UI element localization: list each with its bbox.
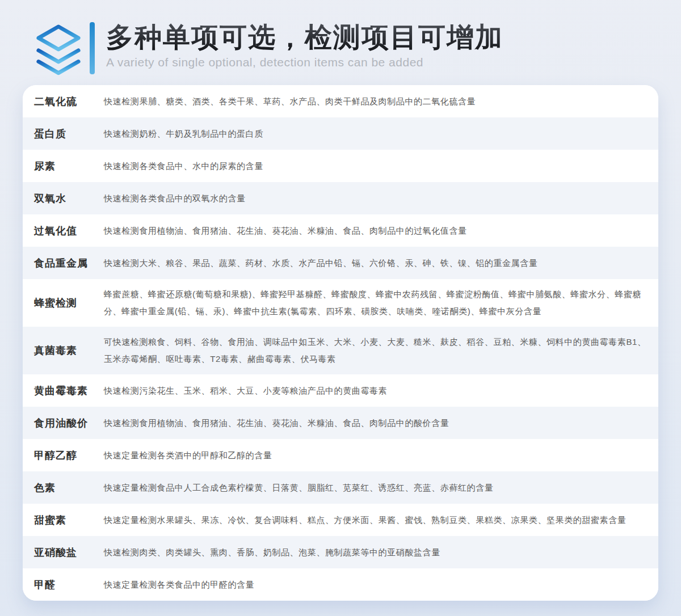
item-description: 快速检测肉类、肉类罐头、熏肉、香肠、奶制品、泡菜、腌制蔬菜等中的亚硝酸盐含量	[104, 537, 647, 568]
layers-icon	[34, 23, 83, 77]
item-name: 食品重金属	[34, 256, 104, 270]
item-name: 甲醇乙醇	[34, 449, 104, 462]
item-name: 黄曲霉毒素	[34, 384, 104, 398]
table-row: 真菌毒素 可快速检测粮食、饲料、谷物、食用油、调味品中如玉米、大米、小麦、大麦、…	[23, 327, 658, 374]
item-description: 快速检测各类食品中、水中的尿素的含量	[104, 151, 647, 182]
item-description: 快速定量检测食品中人工合成色素柠檬黄、日落黄、胭脂红、苋菜红、诱惑红、亮蓝、赤藓…	[104, 472, 647, 503]
page-subtitle: A variety of single optional, detection …	[106, 55, 503, 70]
item-name: 食用油酸价	[34, 416, 104, 430]
title-block: 多种单项可选，检测项目可增加 A variety of single optio…	[106, 22, 503, 70]
table-row: 过氧化值 快速检测食用植物油、食用猪油、花生油、葵花油、米糠油、食品、肉制品中的…	[23, 214, 658, 247]
item-name: 真菌毒素	[34, 344, 104, 357]
item-description: 快速检测奶粉、牛奶及乳制品中的蛋白质	[104, 119, 647, 149]
item-name: 尿素	[34, 159, 104, 173]
table-row: 双氧水 快速检测各类食品中的双氧水的含量	[23, 182, 658, 214]
item-name: 蛋白质	[34, 127, 104, 141]
item-description: 快速检测各类食品中的双氧水的含量	[104, 183, 647, 214]
table-row: 亚硝酸盐 快速检测肉类、肉类罐头、熏肉、香肠、奶制品、泡菜、腌制蔬菜等中的亚硝酸…	[23, 536, 658, 568]
table-row: 甜蜜素 快速定量检测水果罐头、果冻、冷饮、复合调味料、糕点、方便米面、果酱、蜜饯…	[23, 504, 658, 536]
item-name: 色素	[34, 481, 104, 495]
item-description: 快速定量检测各类酒中的甲醇和乙醇的含量	[104, 440, 647, 471]
detection-items-card: 二氧化硫 快速检测果脯、糖类、酒类、各类干果、草药、水产品、肉类干鲜品及肉制品中…	[23, 85, 658, 601]
item-description: 可快速检测粮食、饲料、谷物、食用油、调味品中如玉米、大米、小麦、大麦、糙米、麸皮…	[104, 327, 647, 374]
table-row: 尿素 快速检测各类食品中、水中的尿素的含量	[23, 150, 658, 182]
item-name: 亚硝酸盐	[34, 546, 104, 559]
item-description: 快速定量检测水果罐头、果冻、冷饮、复合调味料、糕点、方便米面、果酱、蜜饯、熟制豆…	[104, 505, 647, 535]
table-row: 黄曲霉毒素 快速检测污染花生、玉米、稻米、大豆、小麦等粮油产品中的黄曲霉毒素	[23, 374, 658, 407]
item-name: 甲醛	[34, 578, 104, 592]
title-accent-bar	[90, 22, 95, 74]
item-name: 双氧水	[34, 192, 104, 205]
item-description: 快速检测大米、粮谷、果品、蔬菜、药材、水质、水产品中铅、镉、六价铬、汞、砷、铁、…	[104, 248, 647, 279]
table-row: 食品重金属 快速检测大米、粮谷、果品、蔬菜、药材、水质、水产品中铅、镉、六价铬、…	[23, 247, 658, 279]
item-name: 过氧化值	[34, 224, 104, 238]
page-header: 多种单项可选，检测项目可增加 A variety of single optio…	[0, 0, 681, 78]
item-description: 蜂蜜蔗糖、蜂蜜还原糖(葡萄糖和果糖)、蜂蜜羟甲基糠醛、蜂蜜酸度、蜂蜜中农药残留、…	[104, 279, 647, 327]
table-row: 食用油酸价 快速检测食用植物油、食用猪油、花生油、葵花油、米糠油、食品、肉制品中…	[23, 407, 658, 439]
item-description: 快速定量检测各类食品中的甲醛的含量	[104, 569, 647, 600]
item-description: 快速检测食用植物油、食用猪油、花生油、葵花油、米糠油、食品、肉制品中的过氧化值含…	[104, 216, 647, 246]
item-description: 快速检测食用植物油、食用猪油、花生油、葵花油、米糠油、食品、肉制品中的酸价含量	[104, 408, 647, 438]
table-row: 色素 快速定量检测食品中人工合成色素柠檬黄、日落黄、胭脂红、苋菜红、诱惑红、亮蓝…	[23, 471, 658, 504]
item-name: 蜂蜜检测	[34, 296, 104, 310]
item-name: 二氧化硫	[34, 95, 104, 108]
table-row: 甲醇乙醇 快速定量检测各类酒中的甲醇和乙醇的含量	[23, 439, 658, 471]
table-row: 蜂蜜检测 蜂蜜蔗糖、蜂蜜还原糖(葡萄糖和果糖)、蜂蜜羟甲基糠醛、蜂蜜酸度、蜂蜜中…	[23, 279, 658, 327]
item-description: 快速检测污染花生、玉米、稻米、大豆、小麦等粮油产品中的黄曲霉毒素	[104, 375, 647, 406]
item-description: 快速检测果脯、糖类、酒类、各类干果、草药、水产品、肉类干鲜品及肉制品中的二氧化硫…	[104, 86, 647, 117]
table-row: 甲醛 快速定量检测各类食品中的甲醛的含量	[23, 568, 658, 601]
item-name: 甜蜜素	[34, 513, 104, 527]
table-row: 蛋白质 快速检测奶粉、牛奶及乳制品中的蛋白质	[23, 117, 658, 150]
table-row: 二氧化硫 快速检测果脯、糖类、酒类、各类干果、草药、水产品、肉类干鲜品及肉制品中…	[23, 85, 658, 117]
page-title: 多种单项可选，检测项目可增加	[106, 22, 503, 53]
